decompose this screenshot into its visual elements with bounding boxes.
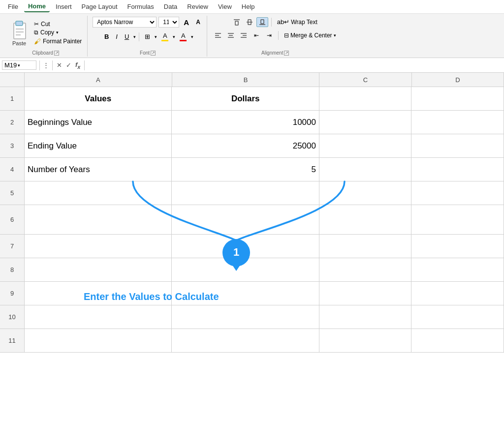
row-num-3[interactable]: 3 <box>0 134 25 158</box>
cell-C8[interactable] <box>319 258 412 281</box>
font-color-button[interactable]: A <box>177 31 189 42</box>
col-header-A[interactable]: A <box>25 73 172 87</box>
cell-B9[interactable] <box>172 282 319 305</box>
cell-B11[interactable] <box>172 329 319 352</box>
row-num-4[interactable]: 4 <box>0 158 25 181</box>
menu-data[interactable]: Data <box>160 1 181 12</box>
cell-A11[interactable] <box>25 329 172 352</box>
font-name-select[interactable]: Aptos Narrow <box>93 17 157 28</box>
cell-A9[interactable] <box>25 282 172 305</box>
formula-input[interactable] <box>88 61 502 69</box>
bold-button[interactable]: B <box>102 32 111 41</box>
font-shrink-button[interactable]: A <box>193 18 203 27</box>
copy-button[interactable]: ⧉ Copy ▾ <box>32 29 83 36</box>
cell-C1[interactable] <box>319 87 412 110</box>
menu-formulas[interactable]: Formulas <box>124 1 158 12</box>
cell-C10[interactable] <box>319 305 412 329</box>
cut-button[interactable]: ✂ Cut <box>32 20 83 28</box>
col-header-D[interactable]: D <box>412 73 504 87</box>
fill-dropdown[interactable]: ▾ <box>173 34 175 39</box>
font-color-dropdown[interactable]: ▾ <box>191 34 193 39</box>
row-num-8[interactable]: 8 <box>0 258 25 282</box>
cell-A7[interactable] <box>25 235 172 258</box>
cell-B6[interactable] <box>172 205 319 234</box>
row-num-10[interactable]: 10 <box>0 305 25 329</box>
align-middle-button[interactable] <box>244 17 255 27</box>
cell-A6[interactable] <box>25 205 172 234</box>
row-num-6[interactable]: 6 <box>0 205 25 235</box>
row-num-9[interactable]: 9 <box>0 282 25 305</box>
font-grow-button[interactable]: A <box>181 17 191 28</box>
cell-D6[interactable] <box>411 205 504 234</box>
col-header-B[interactable]: B <box>172 73 320 87</box>
cell-B8[interactable] <box>172 258 319 281</box>
align-bottom-button[interactable] <box>256 17 268 27</box>
cell-D5[interactable] <box>411 181 504 205</box>
menu-help[interactable]: Help <box>238 1 259 12</box>
cell-A3[interactable]: Ending Value <box>25 134 172 157</box>
cell-B10[interactable] <box>172 305 319 329</box>
formula-menu-icon[interactable]: ⋮ <box>43 61 49 69</box>
row-num-7[interactable]: 7 <box>0 235 25 258</box>
cell-B1[interactable]: Dollars <box>172 87 319 110</box>
menu-home[interactable]: Home <box>24 1 50 12</box>
cell-B7[interactable] <box>172 235 319 258</box>
menu-page-layout[interactable]: Page Layout <box>78 1 122 12</box>
decrease-indent-button[interactable]: ⇤ <box>251 30 262 40</box>
insert-function-icon[interactable]: fx <box>74 61 81 70</box>
cell-C2[interactable] <box>319 111 412 134</box>
confirm-formula-icon[interactable]: ✓ <box>65 61 72 69</box>
borders-dropdown[interactable]: ▾ <box>155 34 157 39</box>
cell-C4[interactable] <box>319 158 412 181</box>
borders-button[interactable]: ⊞ <box>142 32 153 41</box>
cell-D9[interactable] <box>411 282 504 305</box>
cell-A10[interactable] <box>25 305 172 329</box>
cell-C6[interactable] <box>319 205 412 234</box>
cell-A8[interactable] <box>25 258 172 281</box>
align-top-button[interactable] <box>231 17 243 27</box>
cell-C5[interactable] <box>319 181 412 205</box>
cell-ref-dropdown[interactable]: ▾ <box>18 63 20 68</box>
cell-D2[interactable] <box>411 111 504 134</box>
paste-button[interactable]: Paste <box>8 19 31 47</box>
menu-view[interactable]: View <box>214 1 236 12</box>
menu-insert[interactable]: Insert <box>52 1 76 12</box>
row-num-5[interactable]: 5 <box>0 181 25 205</box>
cell-C7[interactable] <box>319 235 412 258</box>
cancel-formula-icon[interactable]: ✕ <box>56 61 63 69</box>
cell-B2[interactable]: 10000 <box>172 111 319 134</box>
row-num-11[interactable]: 11 <box>0 329 25 353</box>
merge-center-button[interactable]: ⊟ Merge & Center ▾ <box>282 30 339 40</box>
menu-file[interactable]: File <box>4 1 22 12</box>
cell-A1[interactable]: Values <box>25 87 172 110</box>
cell-B5[interactable] <box>172 181 319 205</box>
cell-A4[interactable]: Number of Years <box>25 158 172 181</box>
cell-D3[interactable] <box>411 134 504 157</box>
format-painter-button[interactable]: 🖌 Format Painter <box>32 37 83 46</box>
col-header-C[interactable]: C <box>319 73 411 87</box>
cell-D11[interactable] <box>411 329 504 352</box>
underline-dropdown[interactable]: ▾ <box>133 34 136 39</box>
row-num-1[interactable]: 1 <box>0 87 25 111</box>
cell-D8[interactable] <box>411 258 504 281</box>
wrap-text-button[interactable]: ab↵ Wrap Text <box>275 17 320 27</box>
alignment-expand-icon[interactable]: ↗ <box>284 51 289 56</box>
italic-button[interactable]: I <box>113 32 120 41</box>
cell-B3[interactable]: 25000 <box>172 134 319 157</box>
align-left-button[interactable] <box>212 30 224 40</box>
merge-dropdown[interactable]: ▾ <box>334 33 336 38</box>
clipboard-expand-icon[interactable]: ↗ <box>54 51 59 56</box>
cell-D7[interactable] <box>411 235 504 258</box>
cell-C11[interactable] <box>319 329 412 352</box>
underline-button[interactable]: U <box>122 32 131 41</box>
fill-color-button[interactable]: A <box>159 31 171 42</box>
align-right-button[interactable] <box>238 30 250 40</box>
align-center-button[interactable] <box>225 30 237 40</box>
menu-review[interactable]: Review <box>183 1 212 12</box>
cell-D10[interactable] <box>411 305 504 329</box>
font-size-select[interactable]: 11 <box>158 17 179 28</box>
cell-A2[interactable]: Beginnings Value <box>25 111 172 134</box>
cell-C3[interactable] <box>319 134 412 157</box>
cell-C9[interactable] <box>319 282 412 305</box>
cell-D1[interactable] <box>411 87 504 110</box>
